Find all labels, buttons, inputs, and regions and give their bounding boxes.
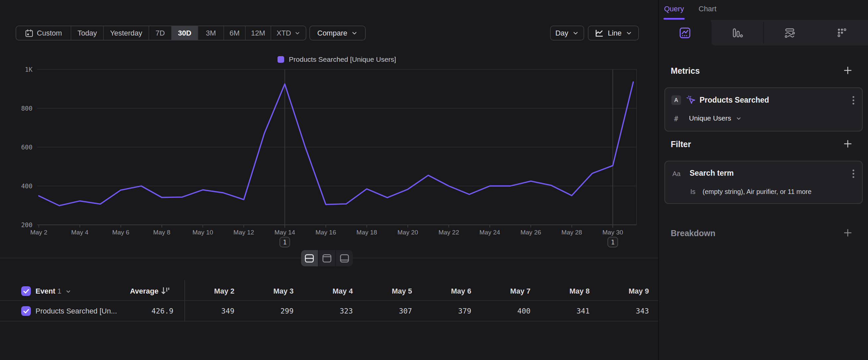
add-metric-button[interactable] [843,66,852,75]
table-header-divider [0,300,658,301]
data-cell: 323 [300,307,353,315]
metric-card[interactable]: A Products Searched # Unique Users [664,87,863,132]
x-axis-label: May 14 [275,229,296,236]
granularity-button[interactable]: Day [550,26,584,40]
layout-split-button[interactable] [301,250,319,266]
table-column-divider [184,280,185,322]
data-cell: 299 [241,307,294,315]
filter-card[interactable]: Aa Search term Is (empty string), Air pu… [664,161,863,204]
y-axis-label: 400 [21,182,32,190]
x-axis-label: May 24 [479,229,500,236]
average-header-label: Average [130,287,158,295]
insights-icon [679,27,691,38]
average-column-header[interactable]: Average [99,287,158,296]
layout-toggle-group [301,250,353,266]
line-chart-icon [594,29,604,38]
compare-button[interactable]: Compare [309,26,366,40]
range-today[interactable]: Today [71,26,104,40]
chart-type-button[interactable]: Line [588,26,639,40]
tab-flows[interactable] [764,20,816,46]
row-average-value: 426.9 [120,307,174,315]
data-cell: 349 [181,307,235,315]
range-label: 7D [155,29,165,37]
date-column-header[interactable]: May 7 [477,287,530,296]
range-label: Yesterday [110,29,142,37]
data-cell: 307 [359,307,412,315]
layout-table-only-button[interactable] [336,250,353,266]
query-panel: Query Chart [658,0,868,360]
filter-property: Search term [690,169,734,178]
retention-icon [837,27,848,38]
compare-label: Compare [317,29,347,37]
panel-bottom-icon [340,254,349,263]
string-type-badge: Aa [672,170,680,178]
chevron-down-icon [736,116,742,121]
chart-type-label: Line [608,29,622,37]
date-column-header[interactable]: May 3 [241,287,294,296]
range-yesterday[interactable]: Yesterday [104,26,149,40]
granularity-label: Day [555,29,568,37]
tab-chart[interactable]: Chart [699,5,716,13]
kebab-menu-icon[interactable] [852,169,855,179]
select-all-checkbox[interactable] [21,286,31,296]
date-column-header[interactable]: May 5 [359,287,412,296]
metric-letter-badge: A [672,95,681,105]
add-filter-button[interactable] [843,139,852,148]
range-label: Today [78,29,97,37]
event-count: 1 [57,287,61,295]
range-xtd[interactable]: XTD [271,26,306,40]
tab-retention[interactable] [816,20,868,46]
layout-chart-only-button[interactable] [319,250,336,266]
date-column-header[interactable]: May 4 [300,287,353,296]
add-breakdown-button[interactable] [843,228,852,237]
breakdown-heading: Breakdown [671,228,715,238]
filter-operator[interactable]: Is [690,188,695,196]
data-cell: 343 [596,307,649,315]
x-axis-label: May 4 [71,229,89,236]
range-label: 30D [178,29,191,37]
x-axis-label: May 6 [112,229,129,236]
range-6m[interactable]: 6M [224,26,246,40]
data-cell: 400 [477,307,530,315]
kebab-menu-icon[interactable] [852,95,855,106]
tab-insights[interactable] [659,20,711,46]
row-checkbox[interactable] [21,306,31,316]
flows-icon [784,27,796,38]
x-axis-label: May 28 [561,229,582,236]
row-label[interactable]: Products Searched [Un... [35,307,117,315]
sort-descending-icon[interactable] [161,286,170,296]
range-3m[interactable]: 3M [198,26,224,40]
event-column-header[interactable]: Event 1 [35,287,71,296]
range-custom[interactable]: Custom [16,26,71,40]
range-label: 3M [206,29,216,37]
date-column-header[interactable]: May 6 [418,287,471,296]
date-column-header[interactable]: May 2 [181,287,235,296]
metric-aggregation[interactable]: Unique Users [689,114,742,122]
funnels-icon [732,27,743,38]
metrics-heading: Metrics [671,66,700,76]
chevron-down-icon [294,30,300,36]
x-axis-label: May 30 [602,229,623,236]
report-type-tabs [659,20,868,46]
x-axis-label: May 20 [398,229,418,236]
date-range-group: CustomTodayYesterday7D30D3M6M12MXTD [16,26,306,40]
date-column-header[interactable]: May 9 [596,287,649,296]
range-7d[interactable]: 7D [149,26,172,40]
event-cursor-icon [686,95,696,105]
active-tab-underline [663,18,685,20]
event-header-label: Event [35,287,55,295]
panel-top-icon [322,254,332,263]
line-chart-plot[interactable]: 1K80060040020011May 2May 4May 6May 8May … [0,43,658,262]
y-axis-label: 1K [25,66,32,73]
range-30d[interactable]: 30D [172,26,198,40]
table-row-divider [0,321,658,322]
check-icon [23,289,29,294]
series-line[interactable] [39,82,633,205]
tab-funnels[interactable] [711,20,764,46]
range-12m[interactable]: 12M [246,26,271,40]
date-column-header[interactable]: May 8 [537,287,590,296]
x-axis-label: May 2 [30,229,48,236]
data-cell: 379 [418,307,471,315]
tab-query[interactable]: Query [664,5,684,13]
filter-values[interactable]: (empty string), Air purifier, or 11 more [703,188,812,196]
